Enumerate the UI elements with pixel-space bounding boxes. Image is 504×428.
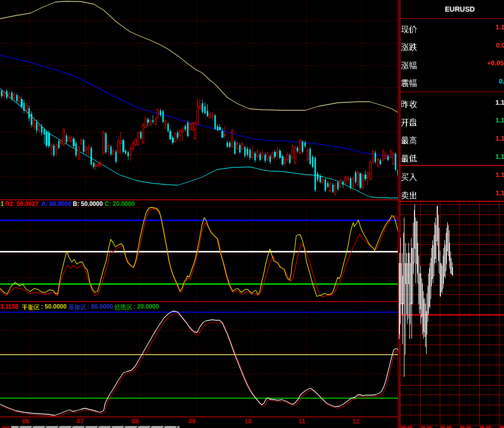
svg-text:1: 1	[1, 200, 4, 207]
svg-text:12: 12	[352, 417, 359, 425]
svg-text:1.1663: 1.1663	[495, 153, 504, 160]
svg-text:+0.0530: +0.0530	[487, 59, 504, 67]
svg-text:10: 10	[245, 417, 252, 425]
svg-text:3.1138: 3.1138	[0, 303, 18, 310]
svg-text:09: 09	[189, 417, 196, 425]
svg-text:C: 20.0000: C: 20.0000	[105, 200, 135, 207]
svg-text:1.1754: 1.1754	[495, 135, 504, 142]
svg-text:A: 80.0000: A: 80.0000	[41, 200, 72, 207]
svg-text:1.1679: 1.1679	[495, 116, 504, 124]
svg-text:1.1739: 1.1739	[495, 171, 504, 179]
svg-text:1.1677: 1.1677	[495, 99, 504, 106]
svg-text:: 80.0000: : 80.0000	[87, 303, 113, 310]
svg-text:1.1739: 1.1739	[495, 23, 504, 31]
svg-text:: 20.0000: : 20.0000	[133, 303, 159, 310]
svg-text:0.0091: 0.0091	[499, 77, 504, 85]
svg-text:07: 07	[77, 417, 84, 425]
svg-text:11: 11	[298, 417, 305, 425]
svg-text:08: 08	[131, 417, 139, 425]
svg-text:1.1741: 1.1741	[495, 189, 504, 197]
svg-text:0.0062: 0.0062	[496, 41, 504, 49]
svg-text:EURUSD: EURUSD	[445, 5, 475, 13]
svg-text:B: 50.0000: B: 50.0000	[73, 200, 103, 207]
svg-text:: 50.0000: : 50.0000	[41, 303, 67, 310]
svg-text:06: 06	[22, 417, 29, 425]
svg-text:R2: 56.0927: R2: 56.0927	[5, 200, 38, 207]
